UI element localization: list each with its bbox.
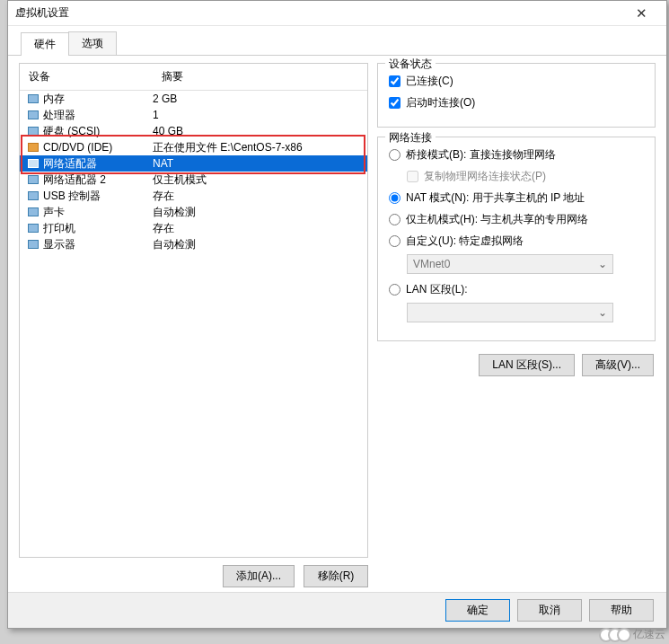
net-legend: 网络连接	[385, 130, 436, 146]
ok-button[interactable]: 确定	[445, 599, 510, 622]
device-row-printer[interactable]: 打印机 存在	[20, 220, 367, 236]
device-row-cpu[interactable]: 处理器 1	[20, 107, 367, 123]
nat-radio[interactable]	[389, 192, 401, 204]
lan-radio[interactable]	[389, 284, 401, 296]
bridge-radio[interactable]	[389, 149, 401, 161]
display-icon	[25, 240, 41, 249]
device-table: 设备 摘要 内存 2 GB 处理器 1	[19, 63, 368, 558]
connected-checkbox-row[interactable]: 已连接(C)	[389, 73, 644, 89]
add-button[interactable]: 添加(A)...	[223, 565, 295, 587]
device-header: 设备 摘要	[20, 64, 367, 91]
custom-radio[interactable]	[389, 235, 401, 247]
device-row-usb[interactable]: USB 控制器 存在	[20, 188, 367, 204]
content-area: 设备 摘要 内存 2 GB 处理器 1	[8, 56, 666, 632]
right-panel: 设备状态 已连接(C) 启动时连接(O) 网络连接 桥接模式(B): 直接连接物…	[377, 63, 656, 587]
col-header-summary[interactable]: 摘要	[153, 64, 367, 90]
advanced-button[interactable]: 高级(V)...	[582, 354, 654, 376]
left-panel: 设备 摘要 内存 2 GB 处理器 1	[19, 63, 368, 587]
network-connection-group: 网络连接 桥接模式(B): 直接连接物理网络 复制物理网络连接状态(P) NAT…	[377, 137, 656, 341]
remove-button[interactable]: 移除(R)	[304, 565, 368, 587]
status-legend: 设备状态	[385, 57, 436, 72]
usb-icon	[25, 191, 41, 200]
disk-icon	[25, 127, 41, 136]
lan-segments-button[interactable]: LAN 区段(S)...	[479, 354, 575, 376]
bridge-radio-row[interactable]: 桥接模式(B): 直接连接物理网络	[389, 146, 644, 163]
device-row-sound[interactable]: 声卡 自动检测	[20, 204, 367, 220]
device-status-group: 设备状态 已连接(C) 启动时连接(O)	[377, 63, 656, 128]
cancel-button[interactable]: 取消	[517, 599, 582, 622]
host-radio-row[interactable]: 仅主机模式(H): 与主机共享的专用网络	[389, 211, 644, 227]
printer-icon	[25, 224, 41, 233]
connected-checkbox[interactable]	[389, 75, 401, 87]
left-button-row: 添加(A)... 移除(R)	[19, 558, 368, 587]
close-icon[interactable]: ✕	[623, 5, 659, 22]
help-button[interactable]: 帮助	[589, 599, 654, 622]
connect-on-power-checkbox[interactable]	[389, 97, 401, 109]
cpu-icon	[25, 110, 41, 119]
titlebar[interactable]: 虚拟机设置 ✕	[8, 1, 666, 26]
nic-icon	[25, 175, 41, 184]
connect-on-power-row[interactable]: 启动时连接(O)	[389, 94, 644, 110]
device-row-cd[interactable]: CD/DVD (IDE) 正在使用文件 E:\CentOS-7-x86	[20, 139, 367, 155]
replicate-checkbox	[407, 171, 418, 182]
tab-options[interactable]: 选项	[68, 31, 117, 55]
custom-radio-row[interactable]: 自定义(U): 特定虚拟网络	[389, 233, 644, 249]
lan-radio-row[interactable]: LAN 区段(L):	[389, 281, 644, 297]
watermark-icon	[604, 628, 631, 642]
device-row-display[interactable]: 显示器 自动检测	[20, 236, 367, 252]
memory-icon	[25, 94, 41, 103]
host-radio[interactable]	[389, 214, 401, 225]
tab-hardware[interactable]: 硬件	[21, 32, 69, 56]
vmnet-combo: VMnet0	[407, 254, 613, 274]
device-row-nic2[interactable]: 网络适配器 2 仅主机模式	[20, 172, 367, 188]
watermark: 亿速云	[604, 627, 665, 642]
sound-icon	[25, 207, 41, 216]
tab-strip: 硬件 选项	[8, 26, 666, 56]
device-row-disk[interactable]: 硬盘 (SCSI) 40 GB	[20, 123, 367, 139]
nat-radio-row[interactable]: NAT 模式(N): 用于共享主机的 IP 地址	[389, 190, 644, 206]
replicate-row: 复制物理网络连接状态(P)	[407, 168, 644, 184]
cd-icon	[25, 143, 41, 152]
device-row-nic1[interactable]: 网络适配器 NAT	[20, 155, 367, 172]
vm-settings-dialog: 虚拟机设置 ✕ 硬件 选项 设备 摘要 内存 2 GB	[7, 0, 667, 629]
nic-icon	[25, 159, 41, 168]
device-row-memory[interactable]: 内存 2 GB	[20, 91, 367, 107]
window-title: 虚拟机设置	[15, 5, 623, 21]
right-panel-buttons: LAN 区段(S)... 高级(V)...	[377, 350, 656, 380]
col-header-device[interactable]: 设备	[20, 64, 153, 90]
lan-combo	[407, 303, 613, 322]
device-rows: 内存 2 GB 处理器 1 硬盘 (SCSI) 40 GB	[20, 91, 367, 252]
bottom-bar: 确定 取消 帮助	[8, 592, 666, 628]
